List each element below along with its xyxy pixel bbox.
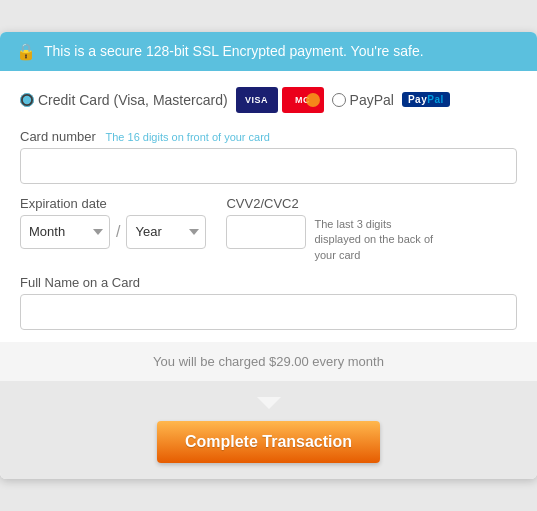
slash-separator: / [116,223,120,241]
form-body: Credit Card (Visa, Mastercard) VISA MC P… [0,71,537,381]
year-select[interactable]: Year 202420252026 2027202820292030 [126,215,206,249]
cvv-row: The last 3 digits displayed on the back … [226,215,434,263]
month-select[interactable]: Month 010203 040506 070809 101112 [20,215,110,249]
charge-notice: You will be charged $29.00 every month [0,342,537,381]
expiry-cvv-row: Expiration date Month 010203 040506 0708… [20,196,517,263]
cvv-input[interactable] [226,215,306,249]
secure-banner: 🔒 This is a secure 128-bit SSL Encrypted… [0,32,537,71]
paypal-logo: PayPal [402,92,450,107]
lock-icon: 🔒 [16,42,36,61]
bottom-section: Complete Transaction [0,381,537,479]
full-name-section: Full Name on a Card [20,275,517,330]
cvv-section: CVV2/CVC2 The last 3 digits displayed on… [226,196,434,263]
payment-method-row: Credit Card (Visa, Mastercard) VISA MC P… [20,87,517,113]
expiry-fields: Month 010203 040506 070809 101112 / Year… [20,215,206,249]
card-icons: VISA MC [236,87,324,113]
secure-banner-text: This is a secure 128-bit SSL Encrypted p… [44,43,424,59]
credit-card-option[interactable]: Credit Card (Visa, Mastercard) [20,92,228,108]
mastercard-icon: MC [282,87,324,113]
full-name-input[interactable] [20,294,517,330]
credit-card-label: Credit Card (Visa, Mastercard) [38,92,228,108]
card-number-section: Card number The 16 digits on front of yo… [20,129,517,184]
visa-icon: VISA [236,87,278,113]
complete-transaction-button[interactable]: Complete Transaction [157,421,380,463]
card-number-hint: The 16 digits on front of your card [106,131,270,143]
pointer-arrow [257,397,281,409]
card-number-input[interactable] [20,148,517,184]
full-name-label: Full Name on a Card [20,275,517,290]
expiry-label: Expiration date [20,196,206,211]
paypal-radio[interactable] [332,93,346,107]
credit-card-radio[interactable] [20,93,34,107]
paypal-label: PayPal [350,92,394,108]
paypal-option[interactable]: PayPal [332,92,394,108]
expiry-section: Expiration date Month 010203 040506 0708… [20,196,206,249]
payment-form: 🔒 This is a secure 128-bit SSL Encrypted… [0,32,537,479]
card-number-label: Card number The 16 digits on front of yo… [20,129,517,144]
cvv-label: CVV2/CVC2 [226,196,434,211]
cvv-hint: The last 3 digits displayed on the back … [314,217,434,263]
